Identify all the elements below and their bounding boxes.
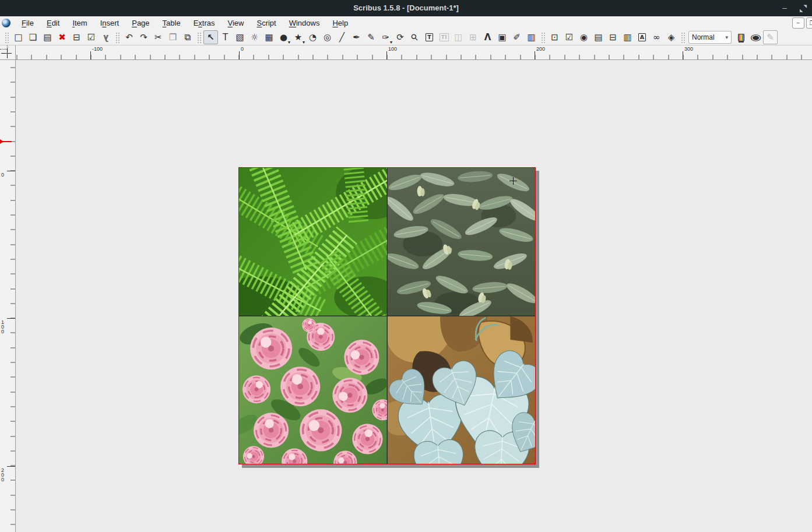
rhododendron-photo xyxy=(388,168,536,316)
horizontal-ruler[interactable]: -1000100200300 xyxy=(16,45,812,60)
menu-table[interactable]: Table xyxy=(156,17,187,29)
measurements-button[interactable]: Λ xyxy=(480,30,495,44)
image-quality-value: Normal xyxy=(692,33,715,41)
insert-image-frame-icon: ▧ xyxy=(235,33,244,42)
pdf-push-button-button[interactable]: ⊡ xyxy=(547,30,562,44)
new-document-button[interactable]: □ xyxy=(11,30,26,44)
select-item-button[interactable]: ↖ xyxy=(203,30,218,44)
insert-freehand-line-button[interactable]: ✎ xyxy=(364,30,378,44)
cut-icon: ✂ xyxy=(154,33,162,42)
menu-help[interactable]: Help xyxy=(326,17,354,29)
origin-dotted-line xyxy=(0,49,7,50)
pdf-3d-annotation-button[interactable]: ◈ xyxy=(664,30,679,44)
open-document-button[interactable]: ❏ xyxy=(26,30,40,44)
menu-windows[interactable]: Windows xyxy=(283,17,326,29)
print-document-button[interactable]: ⊟ xyxy=(69,30,84,44)
insert-line-button[interactable]: ╱ xyxy=(335,30,349,44)
rotate-item-button[interactable]: ⟳ xyxy=(393,30,407,44)
toggle-color-management-button[interactable] xyxy=(734,30,748,44)
menu-edit[interactable]: Edit xyxy=(40,17,66,29)
save-document-icon: ▤ xyxy=(43,33,51,42)
ruler-tick xyxy=(239,51,240,59)
pdf-radio-button-button[interactable]: ◉ xyxy=(577,30,591,44)
mdi-restore-button[interactable]: ❐ xyxy=(806,17,812,29)
pdf-link-annotation-icon: ∞ xyxy=(653,33,660,42)
redo-icon: ↷ xyxy=(140,33,147,42)
close-document-button[interactable]: ✖ xyxy=(55,30,69,44)
unlink-text-frames-button[interactable]: ⊞ xyxy=(466,30,480,44)
pdf-text-field-button[interactable]: ▤ xyxy=(591,30,606,44)
save-as-pdf-button[interactable]: λ xyxy=(99,30,113,44)
insert-table-button[interactable]: ▦ xyxy=(262,30,276,44)
preflight-verifier-button[interactable]: ☑ xyxy=(84,30,99,44)
preview-mode-button[interactable]: ◉ xyxy=(748,30,763,44)
insert-polygon-button[interactable]: ★▾ xyxy=(291,30,305,44)
toolbar-drag-handle[interactable] xyxy=(540,31,546,43)
toolbar-drag-handle[interactable] xyxy=(680,31,686,43)
menu-extras[interactable]: Extras xyxy=(187,17,222,29)
image-frame-brunnera[interactable] xyxy=(388,316,536,464)
image-quality-select[interactable]: Normal▾ xyxy=(688,31,732,44)
pdf-link-annotation-button[interactable]: ∞ xyxy=(649,30,664,44)
menu-insert[interactable]: Insert xyxy=(94,17,126,29)
insert-calligraphic-line-icon: ✑ xyxy=(382,33,389,42)
link-text-frames-button[interactable]: ◫ xyxy=(451,30,466,44)
edit-contents-button[interactable]: T xyxy=(422,30,437,44)
image-frame-rhododendron[interactable] xyxy=(388,168,536,316)
insert-shape-button[interactable]: ●▾ xyxy=(276,30,291,44)
undo-button[interactable]: ↶ xyxy=(122,30,136,44)
insert-render-frame-button[interactable]: ☼ xyxy=(247,30,262,44)
pdf-text-annotation-button[interactable]: A xyxy=(635,30,649,44)
redo-button[interactable]: ↷ xyxy=(136,30,151,44)
titlebar[interactable]: Scribus 1.5.8 - [Document-1*] – ◥ ◣ xyxy=(0,0,812,16)
paste-button[interactable]: ⧉ xyxy=(180,30,195,44)
menu-script[interactable]: Script xyxy=(250,17,282,29)
insert-image-frame-button[interactable]: ▧ xyxy=(233,30,247,44)
insert-arc-button[interactable]: ◔ xyxy=(305,30,320,44)
image-frame-roses[interactable] xyxy=(239,316,387,464)
save-document-button[interactable]: ▤ xyxy=(40,30,55,44)
mdi-minimize-button[interactable]: − xyxy=(792,17,804,29)
select-item-icon: ↖ xyxy=(207,33,215,42)
ruler-tick xyxy=(90,51,91,59)
scribus-window: Scribus 1.5.8 - [Document-1*] – ◥ ◣ File… xyxy=(0,0,812,532)
image-frame-fern[interactable] xyxy=(239,168,387,316)
insert-calligraphic-line-button[interactable]: ✑▾ xyxy=(378,30,393,44)
menu-page[interactable]: Page xyxy=(125,17,156,29)
pink-roses-photo xyxy=(239,316,387,464)
ruler-label: 0 xyxy=(241,46,244,52)
document-page xyxy=(238,167,536,464)
insert-spiral-button[interactable]: ◎ xyxy=(320,30,335,44)
restore-button[interactable]: ◥ ◣ xyxy=(799,4,807,12)
eye-dropper-button[interactable]: ✐ xyxy=(509,30,524,44)
link-text-frames-icon: ◫ xyxy=(454,33,462,42)
insert-bezier-curve-button[interactable]: ✒ xyxy=(349,30,364,44)
copy-item-properties-button[interactable]: ▣ xyxy=(495,30,509,44)
menu-items: FileEditItemInsertPageTableExtrasViewScr… xyxy=(15,17,354,29)
pdf-list-box-button[interactable]: ▥ xyxy=(620,30,635,44)
edit-in-preview-mode-button[interactable]: ✎ xyxy=(763,30,778,44)
copy-button[interactable]: ❐ xyxy=(166,30,180,44)
ruler-origin[interactable] xyxy=(0,45,16,60)
insert-bezier-curve-icon: ✒ xyxy=(353,33,360,42)
vertical-ruler[interactable]: 01 0 02 0 0 xyxy=(0,60,16,532)
menu-file[interactable]: File xyxy=(15,17,40,29)
insert-text-frame-button[interactable]: T xyxy=(218,30,233,44)
pdf-checkbox-button[interactable]: ☑ xyxy=(562,30,577,44)
toolbar-drag-handle[interactable] xyxy=(4,31,9,43)
zoom-button[interactable]: ⚲ xyxy=(407,30,422,44)
toolbar-drag-handle[interactable] xyxy=(196,31,202,43)
zoom-icon: ⚲ xyxy=(409,32,420,43)
cut-button[interactable]: ✂ xyxy=(151,30,166,44)
pdf-push-button-icon: ⊡ xyxy=(551,33,558,42)
pdf-checkbox-icon: ☑ xyxy=(565,33,573,42)
menu-item[interactable]: Item xyxy=(66,17,93,29)
menu-view[interactable]: View xyxy=(222,17,251,29)
insert-barcode-button[interactable]: ▥ xyxy=(524,30,539,44)
ruler-cursor-marker xyxy=(0,141,12,142)
minimize-button[interactable]: – xyxy=(781,4,789,12)
canvas[interactable] xyxy=(16,60,812,532)
pdf-combo-box-button[interactable]: ⊟ xyxy=(606,30,620,44)
toolbar-drag-handle[interactable] xyxy=(115,31,120,43)
edit-text-story-editor-button[interactable]: TI xyxy=(437,30,451,44)
